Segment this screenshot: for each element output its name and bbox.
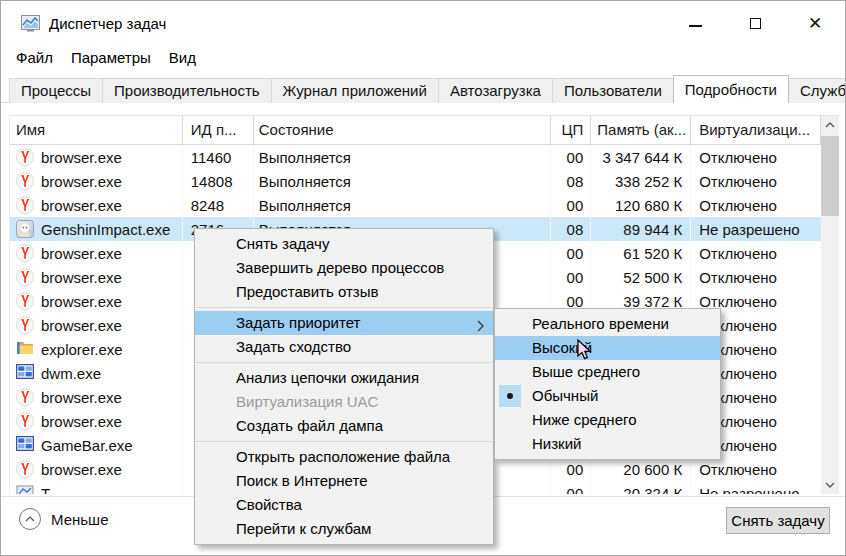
context-menu-item-7[interactable]: Анализ цепочки ожидания bbox=[195, 366, 493, 390]
process-name: browser.exe bbox=[41, 317, 122, 334]
process-cpu: 00 bbox=[567, 245, 584, 262]
cell-cpu: 00 bbox=[551, 457, 591, 481]
process-name: browser.exe bbox=[41, 293, 122, 310]
context-menu-item-8[interactable]: Виртуализация UAC bbox=[195, 390, 493, 414]
process-cpu: 00 bbox=[567, 197, 584, 214]
fewer-details-label: Меньше bbox=[51, 511, 108, 528]
priority-submenu: Реального времениВысокийВыше среднегоОбы… bbox=[494, 308, 721, 460]
chevron-up-circle-icon bbox=[19, 508, 41, 530]
process-row-0[interactable]: browser.exe11460Выполняется003 347 644 К… bbox=[10, 145, 821, 169]
context-menu-item-12[interactable]: Поиск в Интернете bbox=[195, 469, 493, 493]
process-status: Выполняется bbox=[259, 173, 351, 190]
cell-pid: 11460 bbox=[183, 145, 254, 169]
menu-item-label: Предоставить отзыв bbox=[236, 283, 379, 300]
column-header-pid[interactable]: ИД п... bbox=[183, 116, 254, 144]
priority-option-2[interactable]: Выше среднего bbox=[495, 360, 720, 384]
cell-virt: Отключено bbox=[691, 145, 821, 169]
process-name: GenshinImpact.exe bbox=[41, 221, 170, 238]
cell-name: browser.exe bbox=[10, 289, 183, 313]
cell-pid: 8248 bbox=[183, 193, 254, 217]
priority-option-4[interactable]: Ниже среднего bbox=[495, 408, 720, 432]
tab-strip: ПроцессыПроизводительностьЖурнал приложе… bbox=[1, 75, 845, 103]
column-header-cpu[interactable]: ЦП bbox=[551, 116, 591, 144]
process-name: T bbox=[41, 485, 50, 494]
yandex-icon bbox=[16, 388, 34, 406]
cell-name: dwm.exe bbox=[10, 361, 183, 385]
tab-item-3[interactable]: Автозагрузка bbox=[438, 78, 553, 103]
minimize-icon bbox=[689, 25, 702, 26]
cell-name: browser.exe bbox=[10, 169, 183, 193]
column-header-name[interactable]: Имя bbox=[10, 116, 183, 144]
vertical-scrollbar[interactable] bbox=[821, 115, 839, 494]
menubar-item-вид[interactable]: Вид bbox=[160, 45, 205, 73]
context-menu-item-9[interactable]: Создать файл дампа bbox=[195, 414, 493, 438]
scroll-up-button[interactable] bbox=[821, 116, 839, 134]
context-menu-item-2[interactable]: Предоставить отзыв bbox=[195, 280, 493, 304]
priority-option-1[interactable]: Высокий bbox=[495, 336, 720, 360]
context-menu-item-14[interactable]: Перейти к службам bbox=[195, 517, 493, 541]
process-memory: 120 680 К bbox=[615, 197, 682, 214]
tab-item-2[interactable]: Журнал приложений bbox=[271, 78, 439, 103]
sort-descending-icon bbox=[635, 116, 645, 133]
column-header-mem[interactable]: Память (ак... bbox=[591, 116, 691, 144]
task-icon bbox=[16, 485, 34, 494]
end-task-button[interactable]: Снять задачу bbox=[726, 507, 830, 534]
process-name: browser.exe bbox=[41, 269, 122, 286]
process-memory: 39 372 К bbox=[623, 293, 682, 310]
cell-cpu: 08 bbox=[551, 169, 591, 193]
cell-virt: Отключено bbox=[691, 241, 821, 265]
process-cpu: 08 bbox=[567, 173, 584, 190]
task-manager-icon bbox=[21, 15, 40, 32]
process-memory: 89 944 К bbox=[623, 221, 682, 238]
yandex-icon bbox=[16, 316, 34, 334]
process-memory: 3 347 644 К bbox=[603, 149, 683, 166]
context-menu-item-11[interactable]: Открыть расположение файла bbox=[195, 445, 493, 469]
genshin-icon bbox=[16, 220, 34, 238]
column-header-virt[interactable]: Виртуализаци... bbox=[691, 116, 821, 144]
close-button[interactable]: ✕ bbox=[785, 1, 845, 45]
menubar-item-файл[interactable]: Файл bbox=[7, 45, 62, 73]
process-row-2[interactable]: browser.exe8248Выполняется00120 680 КОтк… bbox=[10, 193, 821, 217]
cell-name: browser.exe bbox=[10, 409, 183, 433]
scrollbar-thumb[interactable] bbox=[821, 136, 839, 216]
priority-option-label: Реального времени bbox=[532, 315, 669, 332]
window-controls: ✕ bbox=[665, 1, 845, 45]
tab-item-6[interactable]: Службы bbox=[788, 78, 846, 103]
priority-option-0[interactable]: Реального времени bbox=[495, 312, 720, 336]
cell-name: T bbox=[10, 481, 183, 494]
process-cpu: 00 bbox=[567, 293, 584, 310]
menu-item-label: Виртуализация UAC bbox=[236, 393, 378, 410]
maximize-button[interactable] bbox=[725, 1, 785, 45]
context-menu-item-5[interactable]: Задать сходство bbox=[195, 335, 493, 359]
tab-item-4[interactable]: Пользователи bbox=[552, 78, 674, 103]
yandex-icon bbox=[16, 244, 34, 262]
process-cpu: 00 bbox=[567, 269, 584, 286]
cell-mem: 3 347 644 К bbox=[591, 145, 691, 169]
priority-option-3[interactable]: Обычный bbox=[495, 384, 720, 408]
context-menu-item-4[interactable]: Задать приоритет bbox=[195, 311, 493, 335]
context-menu-item-0[interactable]: Снять задачу bbox=[195, 232, 493, 256]
context-menu-item-1[interactable]: Завершить дерево процессов bbox=[195, 256, 493, 280]
column-header-status[interactable]: Состояние bbox=[254, 116, 552, 144]
process-virtualization: Отключено bbox=[699, 197, 777, 214]
process-status: Выполняется bbox=[259, 197, 351, 214]
cell-name: browser.exe bbox=[10, 193, 183, 217]
yandex-icon bbox=[16, 196, 34, 214]
scroll-down-button[interactable] bbox=[821, 476, 839, 494]
process-row-1[interactable]: browser.exe14808Выполняется08338 252 КОт… bbox=[10, 169, 821, 193]
minimize-button[interactable] bbox=[665, 1, 725, 45]
cell-cpu: 08 bbox=[551, 217, 591, 241]
priority-option-5[interactable]: Низкий bbox=[495, 432, 720, 456]
maximize-icon bbox=[750, 18, 761, 29]
tab-item-0[interactable]: Процессы bbox=[9, 78, 103, 103]
tab-item-1[interactable]: Производительность bbox=[102, 78, 272, 103]
menubar-item-параметры[interactable]: Параметры bbox=[62, 45, 160, 73]
context-menu-item-13[interactable]: Свойства bbox=[195, 493, 493, 517]
fewer-details-toggle[interactable]: Меньше bbox=[19, 508, 108, 530]
process-name: browser.exe bbox=[41, 389, 122, 406]
close-icon: ✕ bbox=[808, 15, 822, 32]
tab-item-5[interactable]: Подробности bbox=[673, 75, 789, 103]
cell-mem: 20 600 К bbox=[591, 457, 691, 481]
yandex-icon bbox=[16, 148, 34, 166]
yandex-icon bbox=[16, 172, 34, 190]
